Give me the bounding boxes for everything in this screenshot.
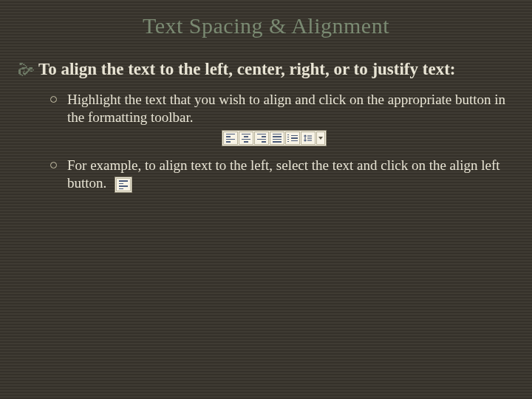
- align-left-example: [115, 177, 132, 193]
- slide: Text Spacing & Alignment 🙞 To align the …: [0, 0, 532, 399]
- bullet-decor-icon: 🙞: [18, 61, 35, 80]
- align-right-button[interactable]: [254, 132, 269, 145]
- sub-bullet-list: Highlight the text that you wish to alig…: [18, 91, 514, 193]
- main-bullet-text: To align the text to the left, center, r…: [38, 59, 455, 81]
- line-spacing-button[interactable]: [301, 132, 316, 145]
- sub-bullet-text: For example, to align text to the left, …: [67, 157, 514, 193]
- numbered-list-button[interactable]: [285, 132, 300, 145]
- sub-bullet-item: For example, to align text to the left, …: [50, 157, 514, 193]
- alignment-toolbar: [222, 130, 327, 146]
- sub-bullet-a-text: Highlight the text that you wish to alig…: [67, 92, 505, 126]
- sub-bullet-text: Highlight the text that you wish to alig…: [67, 91, 514, 146]
- ring-bullet-icon: [50, 162, 57, 168]
- justify-button[interactable]: [270, 132, 284, 145]
- toolbar-dropdown-button[interactable]: [316, 132, 325, 145]
- align-left-button[interactable]: [223, 132, 238, 145]
- sub-bullet-item: Highlight the text that you wish to alig…: [50, 91, 514, 146]
- align-center-button[interactable]: [239, 132, 253, 145]
- main-bullet: 🙞 To align the text to the left, center,…: [18, 59, 514, 81]
- ring-bullet-icon: [50, 96, 57, 103]
- slide-title: Text Spacing & Alignment: [18, 13, 514, 38]
- align-left-button[interactable]: [116, 178, 131, 191]
